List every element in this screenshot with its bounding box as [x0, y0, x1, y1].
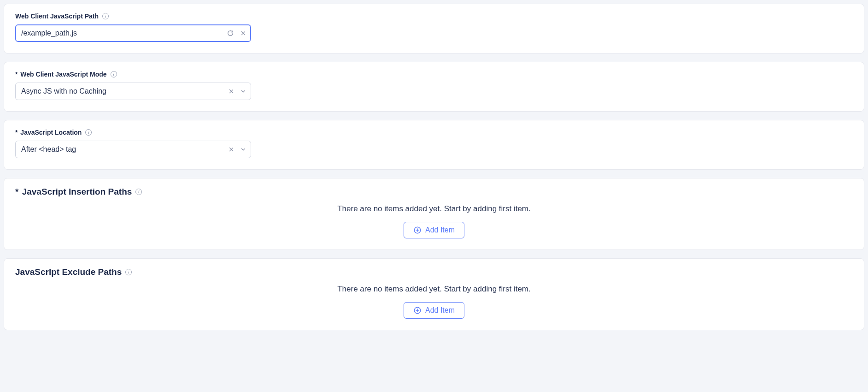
- info-icon[interactable]: i: [125, 269, 132, 275]
- chevron-down-icon[interactable]: [239, 145, 247, 154]
- exclude-paths-title-text: JavaScript Exclude Paths: [15, 267, 122, 277]
- required-mark: *: [15, 71, 18, 78]
- exclude-paths-title: JavaScript Exclude Paths i: [15, 267, 853, 277]
- add-item-button[interactable]: Add Item: [404, 222, 464, 238]
- js-location-label: * JavaScript Location i: [15, 129, 853, 136]
- insertion-paths-card: * JavaScript Insertion Paths i There are…: [4, 178, 864, 250]
- add-item-label: Add Item: [425, 306, 455, 315]
- insertion-paths-title-text: JavaScript Insertion Paths: [22, 187, 132, 196]
- required-mark: *: [15, 187, 18, 196]
- js-path-input-wrap: [15, 24, 251, 42]
- info-icon[interactable]: i: [85, 129, 92, 136]
- add-item-label: Add Item: [425, 226, 455, 234]
- js-mode-select-actions: [227, 87, 247, 95]
- info-icon[interactable]: i: [111, 71, 117, 77]
- js-location-value: After <head> tag: [21, 145, 76, 154]
- exclude-paths-actions: Add Item: [15, 302, 853, 319]
- info-icon[interactable]: i: [135, 189, 142, 195]
- js-path-label-text: Web Client JavaScript Path: [15, 12, 99, 20]
- js-mode-value: Async JS with no Caching: [21, 87, 106, 95]
- insertion-paths-empty: There are no items added yet. Start by a…: [15, 204, 853, 214]
- js-mode-select-wrap: Async JS with no Caching: [15, 83, 251, 100]
- js-location-select-wrap: After <head> tag: [15, 141, 251, 158]
- js-location-select[interactable]: After <head> tag: [15, 141, 251, 158]
- js-path-input-actions: [226, 29, 247, 37]
- js-path-label: Web Client JavaScript Path i: [15, 12, 853, 20]
- js-path-card: Web Client JavaScript Path i: [4, 4, 864, 53]
- exclude-paths-empty: There are no items added yet. Start by a…: [15, 285, 853, 294]
- plus-circle-icon: [413, 306, 422, 315]
- clear-icon[interactable]: [227, 145, 235, 154]
- js-mode-label: * Web Client JavaScript Mode i: [15, 71, 853, 78]
- clear-icon[interactable]: [239, 29, 247, 37]
- js-mode-label-text: Web Client JavaScript Mode: [20, 71, 106, 78]
- refresh-icon[interactable]: [226, 29, 235, 37]
- exclude-paths-card: JavaScript Exclude Paths i There are no …: [4, 258, 864, 330]
- js-location-select-actions: [227, 145, 247, 154]
- js-path-input[interactable]: [15, 24, 251, 42]
- plus-circle-icon: [413, 226, 422, 234]
- js-location-card: * JavaScript Location i After <head> tag: [4, 120, 864, 170]
- info-icon[interactable]: i: [102, 13, 109, 19]
- clear-icon[interactable]: [227, 87, 235, 95]
- add-item-button[interactable]: Add Item: [404, 302, 464, 319]
- insertion-paths-actions: Add Item: [15, 222, 853, 238]
- js-mode-card: * Web Client JavaScript Mode i Async JS …: [4, 62, 864, 112]
- js-mode-select[interactable]: Async JS with no Caching: [15, 83, 251, 100]
- required-mark: *: [15, 129, 18, 136]
- chevron-down-icon[interactable]: [239, 87, 247, 95]
- js-location-label-text: JavaScript Location: [20, 129, 82, 136]
- insertion-paths-title: * JavaScript Insertion Paths i: [15, 187, 853, 197]
